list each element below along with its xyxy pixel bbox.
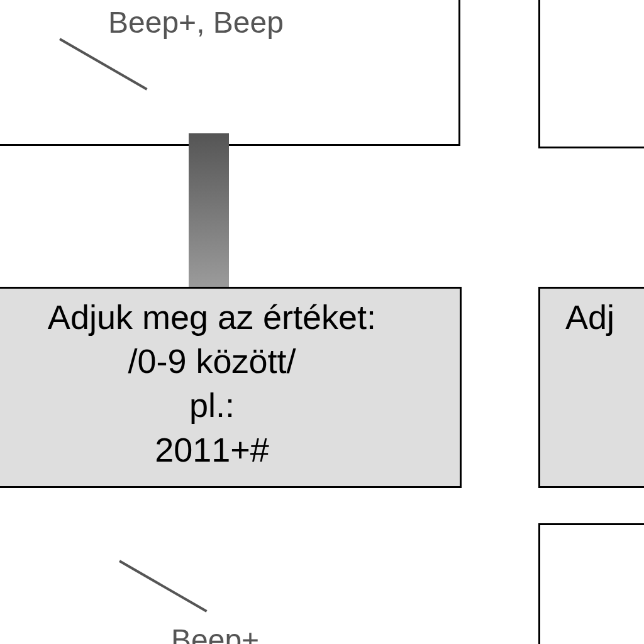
bottom-callout-line <box>119 560 208 612</box>
main-line1: Adjuk meg az értéket: <box>0 295 460 339</box>
top-label: Beep+, Beep <box>108 5 284 40</box>
main-text-block: Adjuk meg az értéket: /0-9 között/ pl.: … <box>0 289 460 472</box>
right-box: Adj <box>538 287 644 488</box>
bottom-label: Beep+ <box>171 623 259 644</box>
top-right-box <box>538 0 644 148</box>
main-line3: pl.: <box>0 383 460 427</box>
main-line4: 2011+# <box>0 428 460 472</box>
main-line2: /0-9 között/ <box>0 339 460 383</box>
bottom-right-box <box>538 523 644 644</box>
right-text-fragment: Adj <box>540 289 644 339</box>
main-box: Adjuk meg az értéket: /0-9 között/ pl.: … <box>0 287 462 488</box>
